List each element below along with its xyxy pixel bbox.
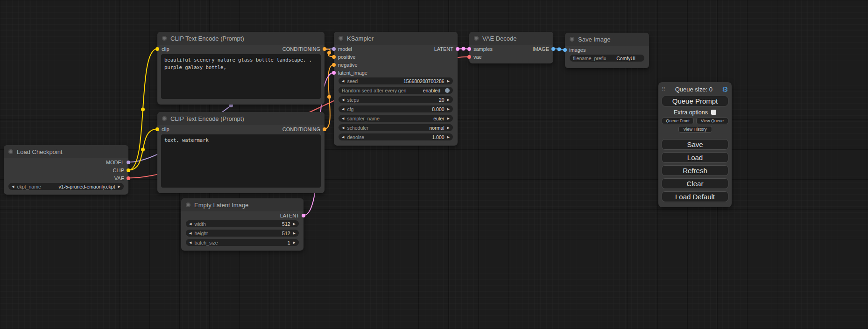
widget-random-seed-toggle[interactable]: Random seed after every gen enabled — [339, 87, 453, 94]
decrement-arrow-icon[interactable]: ◀ — [189, 241, 191, 244]
load-button[interactable]: Load — [662, 152, 728, 163]
increment-arrow-icon[interactable]: ▶ — [447, 98, 450, 101]
slot-dot-vae[interactable] — [467, 55, 471, 59]
input-slot-vae[interactable]: vae — [467, 54, 482, 60]
widget-width[interactable]: ◀ width 512 ▶ — [186, 220, 299, 227]
decrement-arrow-icon[interactable]: ◀ — [189, 231, 191, 235]
slot-dot-latent[interactable] — [302, 214, 305, 217]
input-slot-positive[interactable]: positive — [332, 54, 355, 60]
input-slot-samples[interactable]: samples — [467, 46, 493, 52]
positive-prompt-textarea[interactable]: beautiful scenery nature glass bottle la… — [161, 54, 321, 99]
extra-options-checkbox[interactable] — [711, 110, 716, 115]
node-vae-decode[interactable]: VAE Decode samples IMAGE vae — [469, 32, 553, 63]
settings-gear-icon[interactable]: ⚙ — [722, 86, 728, 93]
node-load-checkpoint[interactable]: Load Checkpoint MODEL CLIP VAE ◀ ckpt_na… — [4, 145, 128, 195]
input-slot-clip[interactable]: clip — [155, 126, 169, 132]
decrement-arrow-icon[interactable]: ◀ — [342, 79, 344, 83]
collapse-dot-icon[interactable] — [474, 36, 479, 41]
node-title-bar[interactable]: KSampler — [334, 32, 458, 45]
drag-handle-icon[interactable]: ⠿ — [662, 86, 665, 92]
input-slot-images[interactable]: images — [563, 47, 586, 53]
queue-prompt-button[interactable]: Queue Prompt — [662, 96, 728, 106]
queue-front-button[interactable]: Queue Front — [662, 118, 694, 124]
widget-sampler-name[interactable]: ◀ sampler_name euler ▶ — [339, 115, 453, 122]
slot-dot-conditioning[interactable] — [323, 47, 326, 51]
node-title-bar[interactable]: Load Checkpoint — [4, 145, 128, 158]
slot-dot-latent[interactable] — [332, 71, 336, 75]
widget-cfg[interactable]: ◀ cfg 8.000 ▶ — [339, 105, 453, 112]
slot-dot-clip[interactable] — [127, 168, 130, 172]
decrement-arrow-icon[interactable]: ◀ — [12, 185, 14, 188]
slot-dot-clip[interactable] — [155, 47, 159, 51]
node-title-bar[interactable]: CLIP Text Encode (Prompt) — [157, 112, 325, 125]
node-clip-text-encode-positive[interactable]: CLIP Text Encode (Prompt) clip CONDITION… — [157, 32, 325, 105]
widget-ckpt-name[interactable]: ◀ ckpt_name v1-5-pruned-emaonly.ckpt ▶ — [8, 183, 124, 190]
node-title-bar[interactable]: Save Image — [565, 33, 649, 46]
link-midpoint-image[interactable] — [557, 48, 561, 51]
slot-dot-model[interactable] — [127, 161, 130, 164]
link-midpoint-negative[interactable] — [327, 95, 331, 99]
increment-arrow-icon[interactable]: ▶ — [447, 126, 450, 129]
slot-dot-latent[interactable] — [467, 47, 471, 51]
widget-batch-size[interactable]: ◀ batch_size 1 ▶ — [186, 239, 299, 246]
slot-dot-clip[interactable] — [155, 127, 159, 131]
increment-arrow-icon[interactable]: ▶ — [293, 231, 296, 235]
widget-seed[interactable]: ◀ seed 156680208700286 ▶ — [339, 77, 453, 84]
collapse-dot-icon[interactable] — [8, 149, 13, 154]
slot-dot-conditioning[interactable] — [323, 127, 326, 131]
increment-arrow-icon[interactable]: ▶ — [447, 117, 450, 120]
link-midpoint-latent[interactable] — [462, 47, 466, 51]
node-empty-latent-image[interactable]: Empty Latent Image LATENT ◀ width 512 ▶ … — [181, 198, 303, 251]
output-slot-clip[interactable]: CLIP — [113, 168, 130, 173]
slot-dot-conditioning[interactable] — [332, 55, 336, 59]
node-save-image[interactable]: Save Image images filename_prefix ComfyU… — [565, 33, 649, 68]
slot-dot-latent[interactable] — [456, 47, 459, 51]
node-title-bar[interactable]: CLIP Text Encode (Prompt) — [157, 32, 325, 45]
widget-steps[interactable]: ◀ steps 20 ▶ — [339, 96, 453, 103]
widget-scheduler[interactable]: ◀ scheduler normal ▶ — [339, 124, 453, 131]
collapse-dot-icon[interactable] — [570, 37, 574, 42]
link-midpoint-clip-positive[interactable] — [141, 108, 145, 112]
decrement-arrow-icon[interactable]: ◀ — [189, 222, 191, 225]
input-slot-latent-image[interactable]: latent_image — [332, 70, 367, 76]
node-clip-text-encode-negative[interactable]: CLIP Text Encode (Prompt) clip CONDITION… — [157, 112, 325, 193]
node-title-bar[interactable]: VAE Decode — [469, 32, 553, 45]
increment-arrow-icon[interactable]: ▶ — [293, 241, 296, 244]
input-slot-clip[interactable]: clip — [155, 46, 169, 52]
node-title-bar[interactable]: Empty Latent Image — [181, 198, 303, 211]
decrement-arrow-icon[interactable]: ◀ — [342, 135, 344, 139]
refresh-button[interactable]: Refresh — [662, 165, 728, 176]
slot-dot-model[interactable] — [332, 47, 336, 51]
slot-dot-image[interactable] — [563, 48, 567, 52]
increment-arrow-icon[interactable]: ▶ — [447, 79, 450, 83]
increment-arrow-icon[interactable]: ▶ — [447, 107, 450, 111]
clear-button[interactable]: Clear — [662, 178, 728, 189]
load-default-button[interactable]: Load Default — [662, 191, 728, 202]
node-ksampler[interactable]: KSampler model LATENT positive negative — [334, 32, 458, 146]
link-midpoint-positive[interactable] — [327, 51, 331, 55]
increment-arrow-icon[interactable]: ▶ — [118, 185, 120, 188]
link-midpoint-clip-negative[interactable] — [141, 148, 145, 152]
output-slot-vae[interactable]: VAE — [114, 175, 130, 181]
increment-arrow-icon[interactable]: ▶ — [293, 222, 296, 225]
comfy-menu-panel[interactable]: ⠿ Queue size: 0 ⚙ Queue Prompt Extra opt… — [658, 82, 732, 207]
toggle-dot-icon[interactable] — [445, 88, 450, 93]
output-slot-conditioning[interactable]: CONDITIONING — [282, 46, 326, 52]
input-slot-model[interactable]: model — [332, 46, 352, 52]
decrement-arrow-icon[interactable]: ◀ — [342, 126, 344, 129]
view-queue-button[interactable]: View Queue — [696, 118, 728, 124]
collapse-dot-icon[interactable] — [162, 36, 167, 41]
decrement-arrow-icon[interactable]: ◀ — [342, 117, 344, 120]
output-slot-image[interactable]: IMAGE — [533, 46, 555, 52]
slot-dot-conditioning[interactable] — [332, 63, 336, 67]
save-button[interactable]: Save — [662, 139, 728, 150]
collapse-dot-icon[interactable] — [162, 116, 167, 121]
widget-denoise[interactable]: ◀ denoise 1.000 ▶ — [339, 133, 453, 140]
decrement-arrow-icon[interactable]: ◀ — [342, 107, 344, 111]
increment-arrow-icon[interactable]: ▶ — [447, 135, 450, 139]
widget-filename-prefix[interactable]: filename_prefix ComfyUI — [570, 55, 644, 62]
input-slot-negative[interactable]: negative — [332, 62, 358, 68]
slot-dot-image[interactable] — [551, 47, 555, 51]
output-slot-conditioning[interactable]: CONDITIONING — [282, 126, 326, 132]
widget-height[interactable]: ◀ height 512 ▶ — [186, 230, 299, 237]
